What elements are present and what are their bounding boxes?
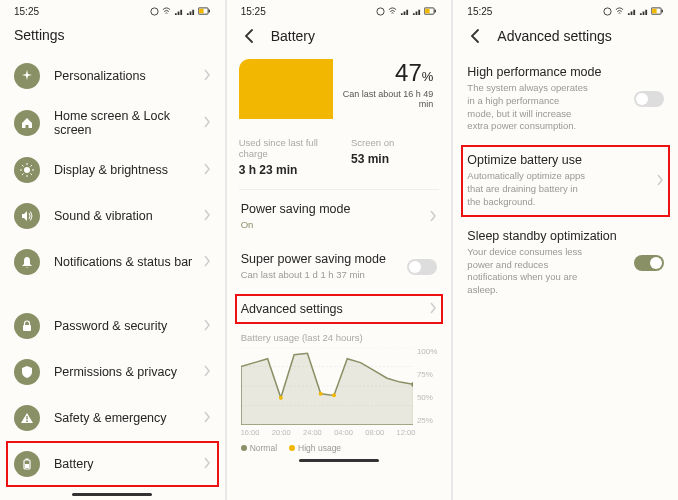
- settings-item-safety-emergency[interactable]: Safety & emergency: [0, 395, 225, 441]
- battery-percent: 47%: [333, 59, 433, 87]
- chevron-right-icon: [203, 253, 211, 271]
- row-super-power-saving-mode[interactable]: Super power saving modeCan last about 1 …: [227, 242, 452, 292]
- header: Advanced settings: [453, 19, 678, 55]
- header: Settings: [0, 19, 225, 53]
- sun-icon: [14, 157, 40, 183]
- chevron-right-icon: [203, 161, 211, 179]
- item-label: Display & brightness: [54, 163, 203, 177]
- chevron-right-icon: [203, 207, 211, 225]
- toggle-switch[interactable]: [634, 91, 664, 107]
- svg-point-15: [26, 420, 28, 422]
- status-bar: 15:25: [453, 0, 678, 19]
- row-subtitle: Automatically optimize apps that are dra…: [467, 170, 628, 208]
- legend-dot-high: [289, 445, 295, 451]
- svg-rect-37: [652, 9, 657, 14]
- svg-line-9: [22, 165, 24, 167]
- row-high-performance-mode[interactable]: High performance modeThe system always o…: [453, 55, 678, 143]
- settings-item-home-screen-lock-screen[interactable]: Home screen & Lock screen: [0, 99, 225, 147]
- status-icons: [376, 7, 437, 16]
- row-optimize-battery-use[interactable]: Optimize battery useAutomatically optimi…: [453, 143, 678, 218]
- status-bar: 15:25: [227, 0, 452, 19]
- svg-line-12: [31, 165, 33, 167]
- settings-item-sound-vibration[interactable]: Sound & vibration: [0, 193, 225, 239]
- status-time: 15:25: [241, 6, 266, 17]
- row-advanced-settings[interactable]: Advanced settings: [227, 292, 452, 326]
- settings-item-permissions-privacy[interactable]: Permissions & privacy: [0, 349, 225, 395]
- stat-used-since-charge: Used since last full charge 3 h 23 min: [239, 137, 327, 177]
- svg-rect-25: [425, 9, 430, 14]
- legend-dot-normal: [241, 445, 247, 451]
- chevron-right-icon: [429, 300, 437, 318]
- status-bar: 15:25: [0, 0, 225, 19]
- svg-point-31: [278, 395, 282, 399]
- sparkle-icon: [14, 63, 40, 89]
- chevron-right-icon: [656, 172, 664, 190]
- nav-handle[interactable]: [299, 459, 379, 462]
- row-title: High performance mode: [467, 65, 628, 79]
- page-title: Advanced settings: [497, 28, 611, 44]
- status-time: 15:25: [467, 6, 492, 17]
- item-label: Personalizations: [54, 69, 203, 83]
- settings-item-password-security[interactable]: Password & security: [0, 303, 225, 349]
- battery-card: 47% Can last about 16 h 49 min: [239, 59, 440, 119]
- status-icons: [603, 7, 664, 16]
- svg-point-23: [377, 8, 384, 15]
- row-subtitle: The system always operates in a high per…: [467, 82, 628, 133]
- svg-rect-14: [26, 416, 27, 420]
- chevron-right-icon: [203, 455, 211, 473]
- chart-title: Battery usage (last 24 hours): [241, 332, 438, 343]
- toggle-switch[interactable]: [407, 259, 437, 275]
- battery-level-bar: [239, 59, 333, 119]
- bell-icon: [14, 249, 40, 275]
- row-power-saving-mode[interactable]: Power saving modeOn: [227, 192, 452, 242]
- shield-icon: [14, 359, 40, 385]
- svg-point-4: [24, 167, 30, 173]
- settings-screen: 15:25 Settings PersonalizationsHome scre…: [0, 0, 225, 500]
- item-label: Permissions & privacy: [54, 365, 203, 379]
- item-label: Sound & vibration: [54, 209, 203, 223]
- item-label: Home screen & Lock screen: [54, 109, 203, 137]
- toggle-switch[interactable]: [634, 255, 664, 271]
- row-title: Sleep standby optimization: [467, 229, 628, 243]
- chevron-right-icon: [203, 67, 211, 85]
- svg-rect-18: [25, 464, 29, 468]
- back-button[interactable]: [467, 27, 485, 45]
- stat-screen-on: Screen on 53 min: [351, 137, 439, 177]
- page-title: Battery: [271, 28, 315, 44]
- warn-icon: [14, 405, 40, 431]
- chevron-right-icon: [203, 317, 211, 335]
- chevron-right-icon: [203, 363, 211, 381]
- settings-item-personalizations[interactable]: Personalizations: [0, 53, 225, 99]
- batt-icon: [14, 451, 40, 477]
- row-title: Optimize battery use: [467, 153, 628, 167]
- settings-item-battery[interactable]: Battery: [0, 441, 225, 487]
- svg-rect-13: [23, 325, 31, 331]
- settings-list[interactable]: PersonalizationsHome screen & Lock scree…: [0, 53, 225, 487]
- item-label: Notifications & status bar: [54, 255, 203, 269]
- settings-item-notifications-status-bar[interactable]: Notifications & status bar: [0, 239, 225, 285]
- chevron-right-icon: [203, 409, 211, 427]
- nav-handle[interactable]: [72, 493, 152, 496]
- battery-screen: 15:25 Battery 47% Can last about 16 h 49…: [227, 0, 452, 500]
- svg-rect-2: [199, 9, 204, 14]
- row-subtitle: On: [241, 219, 438, 232]
- back-button[interactable]: [241, 27, 259, 45]
- header: Battery: [227, 19, 452, 55]
- row-title: Power saving mode: [241, 202, 438, 216]
- battery-usage-chart: 100%75%50%25% 16:0020:0024:0004:0008:001…: [241, 347, 438, 437]
- svg-rect-26: [435, 10, 436, 13]
- row-subtitle: Your device consumes less power and redu…: [467, 246, 628, 297]
- page-title: Settings: [14, 27, 65, 43]
- svg-point-35: [604, 8, 611, 15]
- status-time: 15:25: [14, 6, 39, 17]
- lock-icon: [14, 313, 40, 339]
- settings-item-display-brightness[interactable]: Display & brightness: [0, 147, 225, 193]
- svg-line-11: [22, 174, 24, 176]
- svg-rect-17: [26, 459, 29, 461]
- row-sleep-standby-optimization[interactable]: Sleep standby optimizationYour device co…: [453, 219, 678, 307]
- row-title: Advanced settings: [241, 302, 438, 316]
- home-icon: [14, 110, 40, 136]
- battery-stats: Used since last full charge 3 h 23 min S…: [239, 137, 440, 177]
- svg-line-10: [31, 174, 33, 176]
- svg-point-0: [151, 8, 158, 15]
